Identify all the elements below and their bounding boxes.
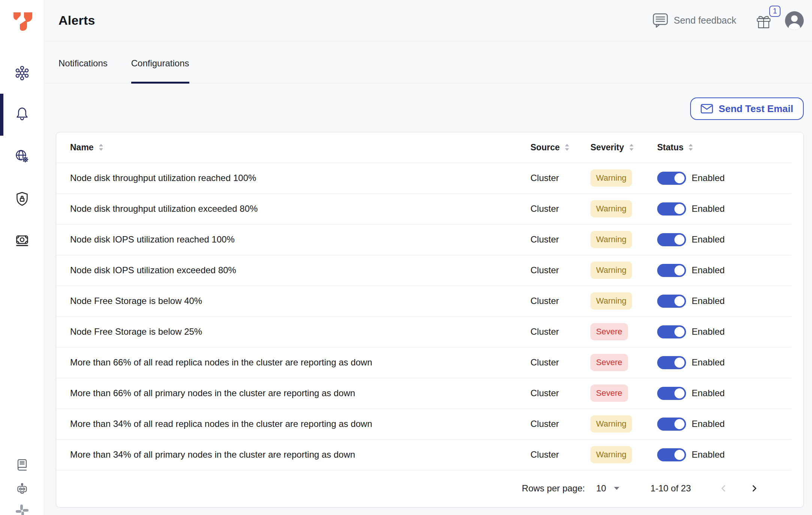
severity-badge: Warning — [590, 446, 632, 463]
alert-status-cell: Enabled — [657, 439, 791, 470]
table-row[interactable]: Node disk IOPS utilization reached 100% … — [56, 224, 791, 255]
alert-severity-cell: Severe — [590, 378, 657, 409]
alert-source-cell: Cluster — [530, 286, 590, 316]
main-area: Alerts Send feedback 1 — [45, 0, 812, 515]
alerts-bell-icon — [13, 105, 31, 122]
column-header-severity[interactable]: Severity — [590, 132, 657, 163]
alert-status-cell: Enabled — [657, 409, 791, 439]
status-toggle[interactable] — [657, 356, 686, 369]
status-toggle[interactable] — [657, 387, 686, 400]
chevron-right-icon — [750, 484, 758, 493]
sidebar-item-billing[interactable] — [0, 232, 44, 249]
alert-name-cell: Node Free Storage is below 25% — [56, 316, 530, 347]
alert-severity-cell: Severe — [590, 347, 657, 378]
tab-bar: Notifications Configurations — [45, 41, 812, 83]
table-row[interactable]: Node disk throughput utilization exceede… — [56, 193, 791, 224]
send-test-email-label: Send Test Email — [719, 103, 793, 115]
alert-severity-cell: Warning — [590, 439, 657, 470]
assistant-robot-icon — [15, 482, 29, 497]
sidebar-item-assistant[interactable] — [0, 482, 44, 497]
alert-name-cell: Node disk throughput utilization reached… — [56, 163, 530, 193]
sidebar-item-network[interactable] — [0, 148, 44, 165]
sidebar-item-docs[interactable] — [0, 457, 44, 472]
status-toggle[interactable] — [657, 233, 686, 246]
billing-money-icon — [13, 232, 31, 249]
tab-configurations[interactable]: Configurations — [131, 41, 189, 83]
alert-source-cell: Cluster — [530, 409, 590, 439]
table-row[interactable]: Node Free Storage is below 40% Cluster W… — [56, 286, 791, 316]
sidebar-item-clusters[interactable] — [0, 64, 44, 82]
network-globe-gear-icon — [13, 148, 31, 165]
table-row[interactable]: Node disk throughput utilization reached… — [56, 163, 791, 193]
dropdown-caret-icon[interactable] — [614, 487, 620, 490]
alert-severity-cell: Warning — [590, 163, 657, 193]
next-page-button[interactable] — [748, 482, 761, 495]
table-row[interactable]: More than 66% of all read replica nodes … — [56, 347, 791, 378]
alert-status-cell: Enabled — [657, 163, 791, 193]
pagination-bar: Rows per page: 10 1-10 of 23 — [56, 470, 803, 507]
status-label: Enabled — [692, 296, 725, 306]
severity-badge: Warning — [590, 415, 632, 433]
sort-icon[interactable] — [99, 143, 103, 151]
table-row[interactable]: More than 66% of all primary nodes in th… — [56, 378, 791, 409]
alert-name-cell: More than 66% of all primary nodes in th… — [56, 378, 530, 409]
status-label: Enabled — [692, 326, 725, 337]
feedback-bubble-icon — [653, 13, 668, 28]
yugabyte-logo[interactable] — [13, 12, 33, 31]
sidebar-item-slack[interactable] — [0, 504, 44, 515]
status-toggle[interactable] — [657, 325, 686, 338]
column-header-name[interactable]: Name — [56, 132, 530, 163]
severity-badge: Severe — [590, 385, 628, 402]
alert-source-cell: Cluster — [530, 255, 590, 286]
alert-source-cell: Cluster — [530, 439, 590, 470]
status-toggle[interactable] — [657, 418, 686, 431]
status-toggle[interactable] — [657, 264, 686, 277]
sort-icon[interactable] — [565, 143, 569, 151]
status-label: Enabled — [692, 449, 725, 460]
alert-source-cell: Cluster — [530, 347, 590, 378]
toolbar: Send Test Email — [45, 83, 812, 120]
sidebar-item-security[interactable] — [0, 190, 44, 208]
status-toggle[interactable] — [657, 295, 686, 308]
status-label: Enabled — [692, 234, 725, 245]
status-toggle[interactable] — [657, 172, 686, 185]
alert-status-cell: Enabled — [657, 347, 791, 378]
rows-per-page-label: Rows per page: — [522, 483, 585, 494]
alert-source-cell: Cluster — [530, 193, 590, 224]
send-test-email-button[interactable]: Send Test Email — [690, 97, 804, 120]
alert-source-cell: Cluster — [530, 224, 590, 255]
severity-badge: Severe — [590, 354, 628, 371]
sort-icon[interactable] — [688, 143, 693, 151]
send-feedback-button[interactable]: Send feedback — [653, 13, 736, 28]
docs-icon — [15, 457, 29, 472]
alert-status-cell: Enabled — [657, 316, 791, 347]
table-row[interactable]: More than 34% of all primary nodes in th… — [56, 439, 791, 470]
column-header-source[interactable]: Source — [530, 132, 590, 163]
table-row[interactable]: Node disk IOPS utilization exceeded 80% … — [56, 255, 791, 286]
sort-icon[interactable] — [629, 143, 634, 151]
status-toggle[interactable] — [657, 448, 686, 461]
alert-source-cell: Cluster — [530, 378, 590, 409]
status-label: Enabled — [692, 265, 725, 275]
table-row[interactable]: Node Free Storage is below 25% Cluster S… — [56, 316, 791, 347]
alert-name-cell: More than 34% of all read replica nodes … — [56, 409, 530, 439]
table-row[interactable]: More than 34% of all read replica nodes … — [56, 409, 791, 439]
yugabyte-logo-icon — [13, 12, 33, 31]
column-header-status[interactable]: Status — [657, 132, 791, 163]
alert-severity-cell: Severe — [590, 316, 657, 347]
alert-source-cell: Cluster — [530, 316, 590, 347]
sidebar-item-alerts[interactable] — [0, 105, 44, 122]
gift-button[interactable]: 1 — [757, 14, 771, 30]
alert-source-cell: Cluster — [530, 163, 590, 193]
previous-page-button[interactable] — [717, 482, 730, 495]
gift-icon — [757, 14, 771, 30]
avatar[interactable] — [785, 11, 804, 30]
alerts-table-body: Node disk throughput utilization reached… — [56, 163, 791, 470]
send-feedback-label: Send feedback — [674, 15, 736, 26]
pagination-range-label: 1-10 of 23 — [650, 483, 691, 494]
tab-notifications[interactable]: Notifications — [58, 41, 108, 83]
rows-per-page-select[interactable]: 10 — [596, 483, 606, 494]
alert-name-cell: Node disk IOPS utilization exceeded 80% — [56, 255, 530, 286]
alert-configurations-table: Name Source — [56, 132, 791, 470]
status-toggle[interactable] — [657, 202, 686, 216]
